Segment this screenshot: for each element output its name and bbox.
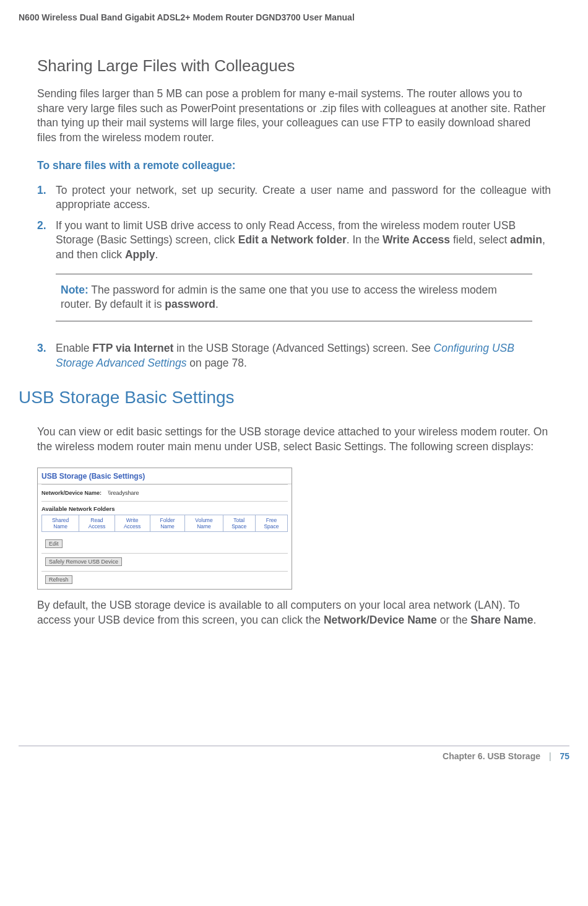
step2-admin: admin (510, 233, 542, 246)
step3-text: Enable FTP via Internet in the USB Stora… (56, 341, 551, 370)
screenshot-title: USB Storage (Basic Settings) (38, 468, 292, 484)
note-label: Note: (61, 284, 89, 296)
col-volume-name: Volume Name (185, 515, 223, 532)
step2-edit-network-folder: Edit a Network folder (238, 233, 347, 246)
step-2: 2. If you want to limit USB drive access… (37, 219, 551, 263)
usb-storage-screenshot: USB Storage (Basic Settings) Network/Dev… (37, 468, 292, 590)
step3-marker: 3. (37, 341, 56, 370)
section-heading-usb-basic: USB Storage Basic Settings (19, 388, 569, 407)
step3-a: Enable (56, 342, 92, 354)
available-folders-label: Available Network Folders (38, 502, 292, 515)
step-3: 3. Enable FTP via Internet in the USB St… (37, 341, 551, 370)
page-footer: Chapter 6. USB Storage | 75 (19, 746, 569, 761)
manual-header: N600 Wireless Dual Band Gigabit ADSL2+ M… (19, 12, 569, 22)
step2-write-access: Write Access (383, 233, 450, 246)
step3-c: in the USB Storage (Advanced Settings) s… (173, 342, 433, 354)
step2-e: field, select (450, 233, 510, 246)
share-name-bold: Share Name (470, 614, 533, 626)
after-e: . (534, 614, 537, 626)
folders-table: Shared Name Read Access Write Access Fol… (41, 515, 288, 532)
col-shared-name: Shared Name (42, 515, 79, 532)
step1-text: To protect your network, set up security… (56, 183, 551, 212)
col-write-access: Write Access (115, 515, 150, 532)
safely-remove-button[interactable]: Safely Remove USB Device (45, 557, 122, 566)
step2-apply: Apply (125, 248, 155, 261)
after-c: or the (437, 614, 470, 626)
step2-c: . In the (347, 233, 383, 246)
usb-basic-intro: You can view or edit basic settings for … (37, 425, 551, 454)
note-password: password (165, 298, 215, 310)
network-device-name-bold: Network/Device Name (324, 614, 437, 626)
refresh-button[interactable]: Refresh (45, 575, 72, 584)
note-end: . (215, 298, 218, 310)
step2-i: . (155, 248, 158, 261)
after-screenshot-text: By default, the USB storage device is av… (37, 598, 551, 627)
edit-button[interactable]: Edit (45, 539, 63, 548)
col-total-space: Total Space (223, 515, 255, 532)
share-files-subheading: To share files with a remote colleague: (37, 159, 551, 172)
step2-text: If you want to limit USB drive access to… (56, 219, 551, 263)
footer-chapter: Chapter 6. USB Storage (443, 751, 540, 761)
step-1: 1. To protect your network, set up secur… (37, 183, 551, 212)
steps-list-cont: 3. Enable FTP via Internet in the USB St… (37, 341, 551, 370)
col-folder-name: Folder Name (150, 515, 185, 532)
network-device-label: Network/Device Name: (41, 490, 102, 496)
col-read-access: Read Access (79, 515, 115, 532)
note-text: The password for admin is the same one t… (61, 284, 497, 311)
step3-ftp-via-internet: FTP via Internet (92, 342, 173, 354)
footer-separator: | (549, 751, 551, 761)
sharing-intro: Sending files larger than 5 MB can pose … (37, 87, 551, 146)
footer-page-number: 75 (560, 751, 569, 761)
step3-d: on page 78. (186, 357, 246, 369)
section-heading-sharing: Sharing Large Files with Colleagues (37, 56, 551, 76)
step2-marker: 2. (37, 219, 56, 263)
step1-marker: 1. (37, 183, 56, 212)
network-device-value: \\readyshare (106, 490, 139, 496)
network-device-name-row: Network/Device Name: \\readyshare (38, 485, 292, 501)
steps-list: 1. To protect your network, set up secur… (37, 183, 551, 263)
col-free-space: Free Space (255, 515, 287, 532)
note-box: Note: The password for admin is the same… (56, 274, 532, 321)
